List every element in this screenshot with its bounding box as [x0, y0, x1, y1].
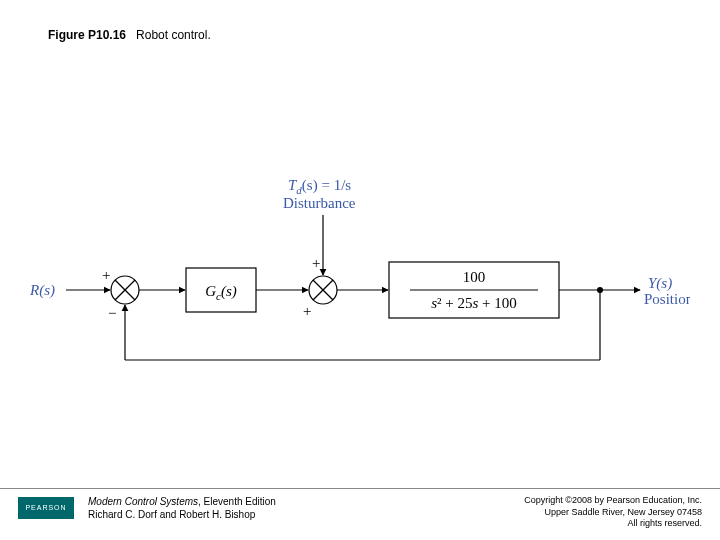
output-word: Position — [644, 291, 690, 307]
sum2-plus-left: + — [303, 303, 311, 319]
book-title: Modern Control Systems — [88, 496, 198, 507]
figure-title: Figure P10.16 Robot control. — [48, 28, 211, 42]
figure-number: Figure P10.16 — [48, 28, 126, 42]
output-label: Y(s) — [648, 275, 672, 292]
copyright-line3: All rights reserved. — [524, 518, 702, 530]
pearson-logo: PEARSON — [18, 497, 74, 519]
plant-numerator: 100 — [463, 269, 486, 285]
input-label: R(s) — [30, 282, 55, 299]
book-info: Modern Control Systems, Eleventh Edition… — [88, 495, 276, 521]
sum1-minus: − — [108, 305, 116, 321]
copyright-block: Copyright ©2008 by Pearson Education, In… — [524, 495, 702, 530]
copyright-line1: Copyright ©2008 by Pearson Education, In… — [524, 495, 702, 507]
block-diagram: R(s) + − Gc(s) + + Td(s) = 1/s Disturban… — [30, 140, 690, 400]
book-edition: , Eleventh Edition — [198, 496, 276, 507]
footer: PEARSON Modern Control Systems, Eleventh… — [0, 488, 720, 540]
plant-denominator: s² + 25s + 100 — [431, 295, 517, 311]
footer-left: PEARSON Modern Control Systems, Eleventh… — [18, 495, 276, 521]
disturbance-word: Disturbance — [283, 195, 356, 211]
disturbance-equation: Td(s) = 1/s — [288, 177, 351, 196]
copyright-line2: Upper Saddle River, New Jersey 07458 — [524, 507, 702, 519]
sum2-plus-top: + — [312, 255, 320, 271]
book-authors: Richard C. Dorf and Robert H. Bishop — [88, 509, 255, 520]
controller-label: Gc(s) — [205, 283, 237, 302]
sum1-plus: + — [102, 267, 110, 283]
figure-caption: Robot control. — [136, 28, 211, 42]
